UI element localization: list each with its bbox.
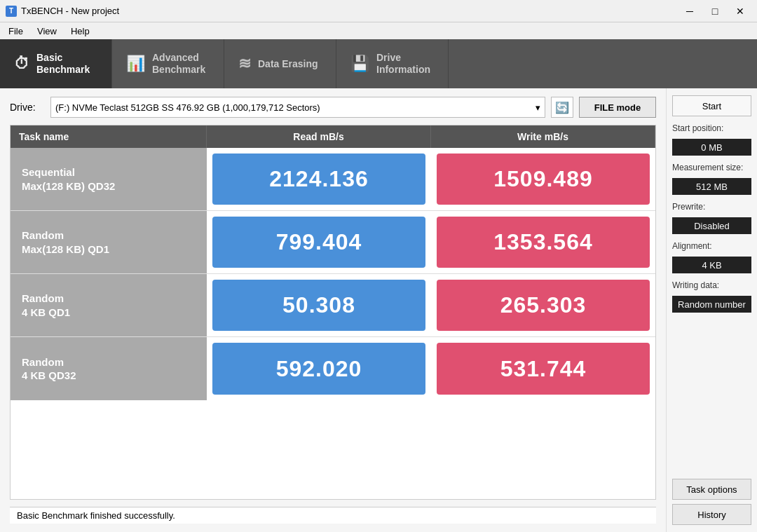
write-cell-0: 1509.489 (431, 148, 655, 210)
tab-basic-benchmark[interactable]: ⏱ BasicBenchmark (0, 39, 112, 88)
write-cell-1: 1353.564 (431, 211, 655, 273)
right-spacer (672, 317, 751, 475)
titlebar-left: T TxBENCH - New project (6, 6, 119, 17)
menubar: File View Help (0, 22, 757, 39)
measurement-size-value: 512 MB (672, 178, 751, 195)
read-value-3: 592.020 (212, 343, 425, 395)
prewrite-value: Disabled (672, 217, 751, 234)
benchmark-rows: SequentialMax(128 KB) QD322124.1361509.4… (11, 148, 655, 400)
drive-info-icon: 💾 (350, 55, 369, 73)
tab-drive-label: DriveInformation (376, 52, 430, 76)
data-erasing-icon: ≋ (238, 55, 251, 73)
titlebar-controls: ─ □ ✕ (678, 4, 751, 18)
write-value-1: 1353.564 (437, 217, 650, 268)
read-value-0: 2124.136 (212, 154, 425, 205)
tab-erasing-label: Data Erasing (258, 58, 318, 70)
write-cell-3: 531.744 (431, 337, 655, 400)
statusbar: Basic Benchmark finished successfully. (10, 507, 656, 524)
menu-view[interactable]: View (32, 25, 62, 38)
drive-dropdown[interactable]: (F:) NVMe Teclast 512GB SS 476.92 GB (1,… (50, 97, 545, 118)
tabbar: ⏱ BasicBenchmark 📊 AdvancedBenchmark ≋ D… (0, 39, 757, 88)
read-cell-2: 50.308 (207, 274, 431, 336)
start-position-label: Start position: (672, 123, 751, 133)
writing-data-label: Writing data: (672, 280, 751, 290)
basic-benchmark-icon: ⏱ (14, 55, 29, 73)
header-task-name: Task name (11, 125, 207, 148)
app-icon: T (6, 6, 17, 17)
main-content: Drive: (F:) NVMe Teclast 512GB SS 476.92… (0, 88, 757, 532)
table-row: SequentialMax(128 KB) QD322124.1361509.4… (11, 148, 655, 211)
history-button[interactable]: History (672, 504, 751, 525)
right-panel: Start Start position: 0 MB Measurement s… (666, 88, 757, 532)
write-value-2: 265.303 (437, 280, 650, 331)
read-cell-0: 2124.136 (207, 148, 431, 210)
task-options-button[interactable]: Task options (672, 479, 751, 500)
tab-advanced-label: AdvancedBenchmark (152, 52, 205, 76)
maximize-button[interactable]: □ (704, 4, 726, 18)
read-value-1: 799.404 (212, 217, 425, 268)
write-value-3: 531.744 (437, 343, 650, 395)
file-mode-button[interactable]: FILE mode (579, 97, 656, 118)
menu-help[interactable]: Help (65, 25, 95, 38)
prewrite-label: Prewrite: (672, 202, 751, 212)
main-panel: Drive: (F:) NVMe Teclast 512GB SS 476.92… (0, 88, 666, 532)
tab-data-erasing[interactable]: ≋ Data Erasing (224, 39, 336, 88)
task-cell-2: Random4 KB QD1 (11, 274, 207, 336)
close-button[interactable]: ✕ (729, 4, 751, 18)
titlebar-title: TxBENCH - New project (21, 6, 119, 16)
table-header: Task name Read mB/s Write mB/s (11, 125, 655, 148)
tab-drive-information[interactable]: 💾 DriveInformation (336, 39, 449, 88)
task-cell-3: Random4 KB QD32 (11, 337, 207, 400)
table-row: Random4 KB QD32592.020531.744 (11, 337, 655, 400)
read-value-2: 50.308 (212, 280, 425, 331)
write-value-0: 1509.489 (437, 154, 650, 205)
minimize-button[interactable]: ─ (678, 4, 701, 18)
menu-file[interactable]: File (3, 25, 29, 38)
drive-refresh-button[interactable]: 🔄 (551, 97, 573, 118)
tab-advanced-benchmark[interactable]: 📊 AdvancedBenchmark (112, 39, 224, 88)
table-row: RandomMax(128 KB) QD1799.4041353.564 (11, 211, 655, 274)
dropdown-arrow-icon: ▾ (536, 102, 540, 113)
read-cell-3: 592.020 (207, 337, 431, 400)
measurement-size-label: Measurement size: (672, 163, 751, 172)
status-text: Basic Benchmark finished successfully. (17, 510, 175, 521)
writing-data-value: Random number (672, 296, 751, 313)
alignment-value: 4 KB (672, 257, 751, 273)
benchmark-table: Task name Read mB/s Write mB/s Sequentia… (10, 125, 656, 500)
task-cell-1: RandomMax(128 KB) QD1 (11, 211, 207, 273)
start-button[interactable]: Start (672, 95, 751, 116)
table-row: Random4 KB QD150.308265.303 (11, 274, 655, 337)
tab-basic-label: BasicBenchmark (36, 52, 90, 76)
drive-selector-row: Drive: (F:) NVMe Teclast 512GB SS 476.92… (10, 97, 656, 118)
write-cell-2: 265.303 (431, 274, 655, 336)
header-read: Read mB/s (207, 125, 431, 148)
advanced-benchmark-icon: 📊 (126, 55, 145, 73)
drive-select-value: (F:) NVMe Teclast 512GB SS 476.92 GB (1,… (55, 102, 320, 113)
alignment-label: Alignment: (672, 241, 751, 251)
refresh-icon: 🔄 (555, 101, 569, 114)
task-cell-0: SequentialMax(128 KB) QD32 (11, 148, 207, 210)
drive-label: Drive: (10, 102, 45, 113)
read-cell-1: 799.404 (207, 211, 431, 273)
start-position-value: 0 MB (672, 139, 751, 156)
titlebar: T TxBENCH - New project ─ □ ✕ (0, 0, 757, 22)
header-write: Write mB/s (431, 125, 655, 148)
